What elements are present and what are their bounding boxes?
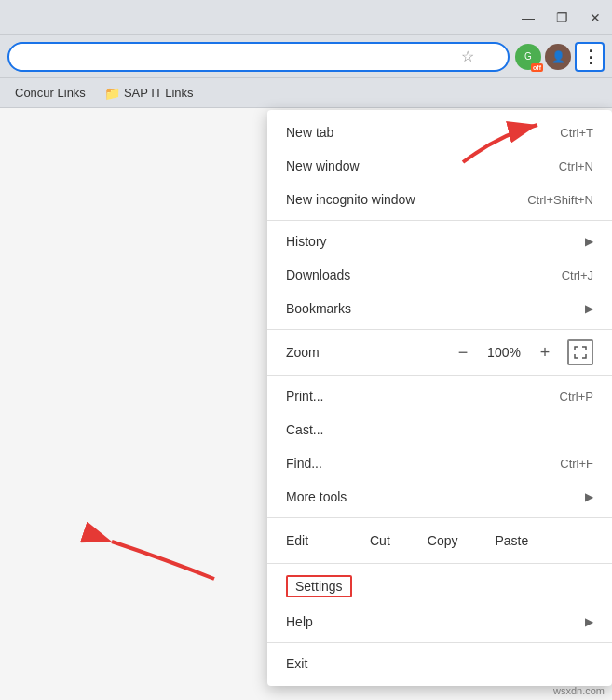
menu-item-label: Print...: [286, 389, 323, 404]
menu-item-label: Cast...: [286, 422, 323, 437]
copy-button[interactable]: Copy: [409, 528, 477, 554]
watermark: wsxdn.com: [553, 685, 605, 696]
bookmark-label: SAP IT Links: [124, 86, 194, 100]
maximize-button[interactable]: ❐: [549, 6, 575, 30]
extension-icons: G off 👤 ⋮: [515, 42, 605, 72]
menu-item-label: Exit: [286, 656, 307, 671]
menu-item-zoom: Zoom − 100% +: [267, 334, 612, 371]
menu-item-bookmarks[interactable]: Bookmarks ▶: [267, 292, 612, 325]
menu-divider: [267, 329, 612, 330]
menu-item-shortcut: Ctrl+P: [560, 390, 593, 404]
zoom-label: Zoom: [286, 345, 450, 360]
menu-divider: [267, 220, 612, 221]
menu-item-label: More tools: [286, 489, 347, 504]
fullscreen-button[interactable]: [567, 339, 593, 365]
submenu-arrow-icon: ▶: [585, 615, 593, 628]
off-badge: off: [531, 63, 543, 72]
chrome-menu-button[interactable]: ⋮: [575, 42, 605, 72]
menu-item-settings[interactable]: Settings: [267, 568, 612, 605]
menu-item-more-tools[interactable]: More tools ▶: [267, 480, 612, 514]
zoom-controls: − 100% +: [450, 339, 593, 365]
submenu-arrow-icon: ▶: [585, 235, 593, 248]
edit-actions: Cut Copy Paste: [351, 528, 547, 554]
paste-button[interactable]: Paste: [476, 528, 547, 554]
menu-item-cast[interactable]: Cast...: [267, 413, 612, 446]
menu-divider: [267, 563, 612, 564]
menu-item-label: New incognito window: [286, 192, 415, 207]
window-controls: — ❐ ✕: [515, 6, 608, 30]
profile-avatar[interactable]: 👤: [545, 44, 571, 70]
zoom-minus-button[interactable]: −: [450, 339, 476, 365]
menu-item-label: Downloads: [286, 268, 350, 282]
extension-icon-grammarly[interactable]: G off: [515, 44, 541, 70]
menu-item-label: New window: [286, 158, 360, 173]
menu-item-shortcut: Ctrl+F: [560, 457, 593, 471]
menu-item-shortcut: Ctrl+Shift+N: [527, 193, 593, 207]
menu-item-exit[interactable]: Exit: [267, 647, 612, 680]
menu-divider: [267, 642, 612, 643]
menu-item-label: History: [286, 234, 327, 249]
menu-item-help[interactable]: Help ▶: [267, 605, 612, 638]
menu-item-label: Find...: [286, 456, 322, 471]
menu-item-label: New tab: [286, 125, 333, 140]
menu-item-label: Help: [286, 614, 313, 629]
menu-item-label: Settings: [286, 575, 352, 597]
title-bar: — ❐ ✕: [0, 0, 612, 35]
menu-item-shortcut: Ctrl+T: [560, 126, 593, 140]
address-bar[interactable]: ☆: [7, 42, 510, 72]
main-content: New tab Ctrl+T New window Ctrl+N New inc…: [0, 108, 612, 700]
chrome-dropdown-menu: New tab Ctrl+T New window Ctrl+N New inc…: [267, 110, 612, 686]
submenu-arrow-icon: ▶: [585, 490, 593, 503]
bookmark-concur-links[interactable]: Concur Links: [7, 84, 93, 102]
zoom-value: 100%: [485, 345, 523, 360]
menu-item-downloads[interactable]: Downloads Ctrl+J: [267, 258, 612, 292]
bookmarks-bar: Concur Links 📁 SAP IT Links: [0, 78, 612, 108]
zoom-plus-button[interactable]: +: [532, 339, 558, 365]
menu-item-shortcut: Ctrl+N: [559, 159, 593, 173]
bookmark-sap-it-links[interactable]: 📁 SAP IT Links: [97, 84, 201, 103]
cut-button[interactable]: Cut: [351, 528, 409, 554]
menu-divider: [267, 375, 612, 376]
menu-item-history[interactable]: History ▶: [267, 225, 612, 258]
menu-item-label: Bookmarks: [286, 301, 351, 316]
folder-icon: 📁: [104, 86, 120, 101]
menu-item-print[interactable]: Print... Ctrl+P: [267, 379, 612, 413]
edit-label: Edit: [277, 533, 351, 548]
bookmark-label: Concur Links: [15, 86, 86, 100]
menu-item-new-tab[interactable]: New tab Ctrl+T: [267, 116, 612, 149]
address-bar-row: ☆ G off 👤 ⋮: [0, 35, 612, 78]
bookmark-star-icon[interactable]: ☆: [461, 48, 474, 65]
menu-item-new-window[interactable]: New window Ctrl+N: [267, 149, 612, 183]
menu-divider: [267, 517, 612, 518]
submenu-arrow-icon: ▶: [585, 302, 593, 315]
minimize-button[interactable]: —: [515, 6, 541, 30]
menu-item-find[interactable]: Find... Ctrl+F: [267, 446, 612, 480]
menu-item-shortcut: Ctrl+J: [562, 268, 593, 282]
close-button[interactable]: ✕: [582, 6, 608, 30]
arrow-to-settings: [28, 504, 233, 588]
menu-edit-row: Edit Cut Copy Paste: [267, 522, 612, 559]
menu-item-new-incognito[interactable]: New incognito window Ctrl+Shift+N: [267, 183, 612, 216]
